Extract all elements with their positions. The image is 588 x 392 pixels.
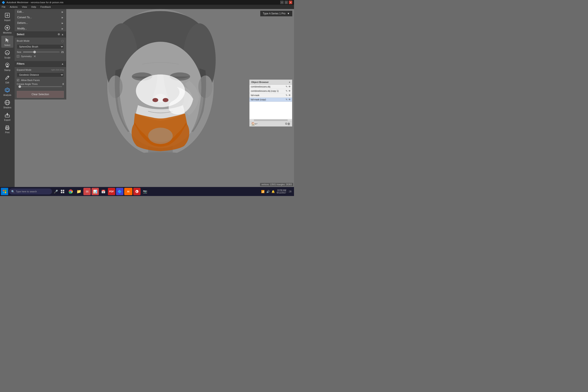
taskbar-search-box[interactable]: 🔍 Type here to search (9, 188, 52, 194)
close-button[interactable]: ✕ (289, 1, 292, 4)
minimize-button[interactable]: ─ (280, 1, 284, 4)
allow-back-faces-checkbox[interactable] (17, 79, 19, 82)
taskbar-volume-icon[interactable]: 🔊 (266, 190, 270, 193)
svg-rect-48 (63, 190, 64, 191)
obj-edit-icon-0[interactable]: ✎ (286, 85, 288, 88)
crease-slider-container[interactable] (18, 86, 62, 87)
obj-row-full-mask-copy[interactable]: full-mask (copy) ✎ 👁 (250, 98, 292, 102)
filters-collapse-icon[interactable]: ▲ (61, 62, 64, 65)
menu-deform[interactable]: Deform... ▶ (14, 20, 66, 26)
menu-convert[interactable]: Convert To... ▶ (14, 14, 66, 20)
taskbar-chrome[interactable] (67, 188, 74, 195)
menu-modify[interactable]: Modify... ▶ (14, 26, 66, 32)
symmetry-row: Symmetry ✕ (17, 54, 64, 58)
taskbar-pdf[interactable]: PDF (108, 188, 115, 195)
taskbar-network-icon[interactable]: 📶 (261, 190, 264, 193)
titlebar-title: Autodesk Meshmixer - veronica base for d… (6, 1, 64, 4)
obj-eye-icon-1[interactable]: 👁 (288, 90, 291, 92)
sidebar-tool-shaders[interactable]: Shaders (1, 98, 13, 110)
obj-eye-icon-2[interactable]: 👁 (288, 94, 291, 97)
size-slider-container[interactable] (23, 52, 59, 52)
svg-rect-43 (3, 190, 4, 191)
taskbar-redapp[interactable]: h (133, 188, 140, 195)
obj-name-combinedvscans-copy: combinedvscans.obj (copy 1) (251, 90, 286, 92)
menu-edit[interactable]: Edit... ▶ (14, 9, 66, 14)
taskbar-ai[interactable]: Ai (124, 188, 132, 195)
size-value: 21 (61, 51, 64, 53)
taskbar-winapp1[interactable]: 🔷 (116, 188, 123, 195)
obj-footer-icon-copy[interactable]: ⧉ (285, 122, 287, 126)
sidebar-tool-import[interactable]: Import (1, 11, 13, 23)
select-section-header: Select ⚙ ▲ (14, 32, 66, 38)
obj-row-combinedvscans[interactable]: combinedvscans.obj ✎ 👁 (250, 85, 292, 89)
crease-angle-value: 0 (62, 83, 64, 85)
taskbar-right: 📶 🔊 🔔 10:58 AM 6/11/2017 28 (261, 189, 293, 194)
obj-row-full-mask[interactable]: full-mask ✎ 👁 (250, 93, 292, 98)
menu-convert-arrow: ▶ (62, 16, 64, 19)
taskbar: 🔍 Type here to search 🎤 📁 ✉ 📊 📅 PDF 🔷 Ai… (0, 187, 294, 196)
obj-icons-0: ✎ 👁 (286, 85, 291, 88)
taskbar-camera[interactable]: 📷 (142, 188, 149, 195)
sidebar-tool-export[interactable]: Export (1, 110, 13, 122)
brush-type-dropdown[interactable]: SphereDisc Brush (17, 44, 64, 49)
menu-deform-arrow: ▶ (62, 22, 64, 24)
menu-feedback[interactable]: Feedback (40, 5, 52, 8)
menu-edit-arrow: ▶ (62, 11, 64, 13)
size-slider-thumb[interactable] (33, 51, 36, 53)
maximize-button[interactable]: □ (284, 1, 288, 4)
symmetry-clear-icon[interactable]: ✕ (34, 54, 36, 58)
object-browser-close-icon[interactable]: ● (289, 80, 290, 84)
titlebar-left: 🔷 Autodesk Meshmixer - veronica base for… (2, 1, 64, 4)
meshmix-icon (4, 24, 10, 31)
select-label: Select (4, 44, 10, 46)
obj-edit-icon-2[interactable]: ✎ (286, 94, 288, 97)
filters-header-icons: ▲ (61, 62, 64, 65)
taskbar-calendar[interactable]: 📅 (100, 188, 107, 195)
svg-rect-45 (3, 192, 4, 193)
sidebar-tool-meshmix[interactable]: Meshmix (1, 23, 13, 35)
select-collapse-icon[interactable]: ▲ (61, 33, 64, 36)
taskbar-task-view[interactable] (59, 188, 66, 195)
sidebar-tool-analysis[interactable]: Analysis (1, 86, 13, 98)
obj-eye-icon-0[interactable]: 👁 (288, 85, 291, 88)
allow-back-faces-row: Allow Back Faces (17, 79, 64, 82)
symmetry-label: Symmetry (21, 55, 32, 58)
crease-slider-thumb[interactable] (18, 85, 21, 88)
sidebar-tool-edit[interactable]: Edit (1, 73, 13, 85)
menu-view[interactable]: View (21, 5, 28, 8)
clear-selection-button[interactable]: Clear Selection (17, 91, 64, 98)
taskbar-show-desktop[interactable]: 28 (288, 190, 292, 193)
obj-edit-icon-3[interactable]: ✎ (286, 98, 288, 101)
sidebar-tool-sculpt[interactable]: Sculpt (1, 48, 13, 60)
taskbar-mail[interactable]: ✉ (84, 188, 91, 195)
taskbar-file-explorer[interactable]: 📁 (75, 188, 82, 195)
menu-help[interactable]: Help (30, 5, 37, 8)
svg-text:h: h (136, 190, 137, 193)
menu-file[interactable]: File (1, 5, 6, 8)
select-gear-icon[interactable]: ⚙ (58, 33, 60, 36)
obj-eye-icon-3[interactable]: 👁 (288, 98, 291, 101)
obj-footer-icon-undo[interactable]: ↩ (255, 122, 258, 126)
scrollbar-thumb (254, 120, 288, 121)
sidebar-tool-print[interactable]: Print (1, 123, 13, 135)
taskbar-clock-display[interactable]: 10:58 AM 6/11/2017 (276, 189, 286, 194)
taskbar-ppt[interactable]: 📊 (92, 188, 99, 195)
taskbar-notification-icon[interactable]: 🔔 (272, 190, 275, 193)
type-a-series-dropdown[interactable]: Type A Series 1 Pro ▼ (260, 11, 292, 16)
obj-edit-icon-1[interactable]: ✎ (286, 90, 288, 92)
expand-mode-dropdown[interactable]: Geodesic Distance (17, 72, 64, 77)
symmetry-checkbox[interactable] (17, 55, 19, 58)
taskbar-mic-icon[interactable]: 🎤 (54, 190, 58, 194)
sidebar-tool-stamp[interactable]: Stamp (1, 60, 13, 73)
svg-rect-46 (5, 192, 6, 193)
object-browser-scrollbar[interactable] (250, 119, 292, 121)
import-label: Import (4, 19, 10, 22)
obj-footer-icon-delete[interactable]: 🗑 (287, 122, 290, 126)
obj-row-combinedvscans-copy[interactable]: combinedvscans.obj (copy 1) ✎ 👁 (250, 89, 292, 93)
sidebar-tool-select[interactable]: Select (1, 36, 13, 48)
menu-actions[interactable]: Actions (9, 5, 18, 8)
start-button[interactable] (1, 188, 8, 195)
obj-footer-icon-house[interactable]: 🏠 (251, 122, 255, 126)
svg-marker-20 (6, 113, 8, 114)
svg-rect-47 (61, 190, 62, 191)
